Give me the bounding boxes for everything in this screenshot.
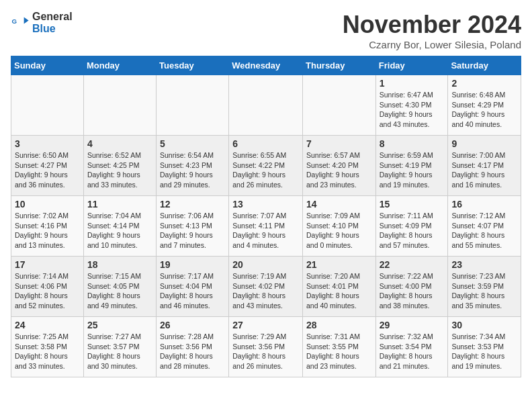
day-number: 2 (451, 78, 517, 89)
day-info: Sunrise: 7:28 AM Sunset: 3:56 PM Dayligh… (160, 332, 225, 371)
location-subtitle: Czarny Bor, Lower Silesia, Poland (343, 39, 521, 50)
day-info: Sunrise: 7:25 AM Sunset: 3:58 PM Dayligh… (15, 332, 80, 371)
day-number: 4 (87, 138, 152, 149)
day-number: 15 (380, 199, 445, 210)
calendar-week-row: 10Sunrise: 7:02 AM Sunset: 4:16 PM Dayli… (11, 196, 521, 257)
calendar-day-9: 9Sunrise: 7:00 AM Sunset: 4:17 PM Daylig… (448, 136, 521, 196)
logo-icon: G (11, 13, 30, 32)
day-number: 20 (232, 259, 299, 270)
day-number: 8 (380, 138, 445, 149)
day-info: Sunrise: 7:34 AM Sunset: 3:53 PM Dayligh… (451, 332, 517, 371)
empty-day-cell (157, 75, 229, 136)
day-info: Sunrise: 6:54 AM Sunset: 4:23 PM Dayligh… (160, 150, 225, 190)
day-number: 3 (15, 138, 80, 149)
day-number: 11 (87, 199, 152, 210)
calendar-day-21: 21Sunrise: 7:20 AM Sunset: 4:01 PM Dayli… (303, 257, 376, 317)
calendar-week-row: 1Sunrise: 6:47 AM Sunset: 4:30 PM Daylig… (11, 75, 521, 136)
day-info: Sunrise: 6:55 AM Sunset: 4:22 PM Dayligh… (232, 150, 299, 190)
calendar-day-26: 26Sunrise: 7:28 AM Sunset: 3:56 PM Dayli… (157, 317, 229, 377)
day-info: Sunrise: 7:23 AM Sunset: 3:59 PM Dayligh… (451, 271, 517, 311)
calendar-day-12: 12Sunrise: 7:06 AM Sunset: 4:13 PM Dayli… (157, 196, 229, 257)
calendar-day-24: 24Sunrise: 7:25 AM Sunset: 3:58 PM Dayli… (11, 317, 84, 377)
svg-marker-1 (24, 17, 29, 24)
day-number: 6 (232, 138, 299, 149)
calendar-day-15: 15Sunrise: 7:11 AM Sunset: 4:09 PM Dayli… (375, 196, 448, 257)
weekday-header-sunday: Sunday (11, 56, 84, 75)
day-info: Sunrise: 7:06 AM Sunset: 4:13 PM Dayligh… (160, 211, 225, 250)
calendar-week-row: 17Sunrise: 7:14 AM Sunset: 4:06 PM Dayli… (11, 257, 521, 317)
day-number: 18 (87, 259, 152, 270)
logo: G General Blue (11, 11, 73, 34)
calendar-day-29: 29Sunrise: 7:32 AM Sunset: 3:54 PM Dayli… (375, 317, 448, 377)
day-number: 23 (451, 259, 517, 270)
day-number: 24 (15, 320, 80, 330)
day-number: 17 (15, 259, 80, 270)
calendar-day-1: 1Sunrise: 6:47 AM Sunset: 4:30 PM Daylig… (375, 75, 448, 136)
calendar-day-30: 30Sunrise: 7:34 AM Sunset: 3:53 PM Dayli… (448, 317, 521, 377)
calendar-day-6: 6Sunrise: 6:55 AM Sunset: 4:22 PM Daylig… (229, 136, 303, 196)
day-info: Sunrise: 7:19 AM Sunset: 4:02 PM Dayligh… (232, 271, 299, 311)
day-info: Sunrise: 7:00 AM Sunset: 4:17 PM Dayligh… (451, 150, 517, 190)
day-info: Sunrise: 7:15 AM Sunset: 4:05 PM Dayligh… (87, 271, 152, 311)
day-info: Sunrise: 7:29 AM Sunset: 3:56 PM Dayligh… (232, 332, 299, 371)
calendar-day-10: 10Sunrise: 7:02 AM Sunset: 4:16 PM Dayli… (11, 196, 84, 257)
empty-day-cell (11, 75, 84, 136)
day-info: Sunrise: 7:07 AM Sunset: 4:11 PM Dayligh… (232, 211, 299, 250)
empty-day-cell (303, 75, 376, 136)
logo-text: General Blue (32, 11, 73, 34)
day-number: 25 (87, 320, 152, 330)
calendar-day-28: 28Sunrise: 7:31 AM Sunset: 3:55 PM Dayli… (303, 317, 376, 377)
calendar-week-row: 3Sunrise: 6:50 AM Sunset: 4:27 PM Daylig… (11, 136, 521, 196)
day-info: Sunrise: 7:20 AM Sunset: 4:01 PM Dayligh… (306, 271, 372, 311)
calendar-day-3: 3Sunrise: 6:50 AM Sunset: 4:27 PM Daylig… (11, 136, 84, 196)
day-number: 16 (451, 199, 517, 210)
empty-day-cell (229, 75, 303, 136)
calendar-day-11: 11Sunrise: 7:04 AM Sunset: 4:14 PM Dayli… (83, 196, 156, 257)
day-number: 5 (160, 138, 225, 149)
calendar-day-27: 27Sunrise: 7:29 AM Sunset: 3:56 PM Dayli… (229, 317, 303, 377)
weekday-header-saturday: Saturday (448, 56, 521, 75)
day-info: Sunrise: 7:32 AM Sunset: 3:54 PM Dayligh… (380, 332, 445, 371)
calendar-day-17: 17Sunrise: 7:14 AM Sunset: 4:06 PM Dayli… (11, 257, 84, 317)
calendar-day-4: 4Sunrise: 6:52 AM Sunset: 4:25 PM Daylig… (83, 136, 156, 196)
calendar-day-23: 23Sunrise: 7:23 AM Sunset: 3:59 PM Dayli… (448, 257, 521, 317)
day-info: Sunrise: 6:47 AM Sunset: 4:30 PM Dayligh… (380, 90, 445, 130)
header: G General Blue November 2024 Czarny Bor,… (11, 11, 521, 50)
calendar-day-20: 20Sunrise: 7:19 AM Sunset: 4:02 PM Dayli… (229, 257, 303, 317)
day-info: Sunrise: 7:27 AM Sunset: 3:57 PM Dayligh… (87, 332, 152, 371)
calendar-day-19: 19Sunrise: 7:17 AM Sunset: 4:04 PM Dayli… (157, 257, 229, 317)
calendar-day-18: 18Sunrise: 7:15 AM Sunset: 4:05 PM Dayli… (83, 257, 156, 317)
calendar-header-row: SundayMondayTuesdayWednesdayThursdayFrid… (11, 56, 521, 75)
empty-day-cell (83, 75, 156, 136)
day-number: 10 (15, 199, 80, 210)
weekday-header-friday: Friday (375, 56, 448, 75)
day-info: Sunrise: 6:50 AM Sunset: 4:27 PM Dayligh… (15, 150, 80, 190)
calendar-day-16: 16Sunrise: 7:12 AM Sunset: 4:07 PM Dayli… (448, 196, 521, 257)
day-info: Sunrise: 7:12 AM Sunset: 4:07 PM Dayligh… (451, 211, 517, 250)
weekday-header-wednesday: Wednesday (229, 56, 303, 75)
day-number: 21 (306, 259, 372, 270)
weekday-header-tuesday: Tuesday (157, 56, 229, 75)
title-block: November 2024 Czarny Bor, Lower Silesia,… (343, 11, 521, 50)
day-info: Sunrise: 7:04 AM Sunset: 4:14 PM Dayligh… (87, 211, 152, 250)
calendar-day-25: 25Sunrise: 7:27 AM Sunset: 3:57 PM Dayli… (83, 317, 156, 377)
day-info: Sunrise: 7:31 AM Sunset: 3:55 PM Dayligh… (306, 332, 372, 371)
calendar-week-row: 24Sunrise: 7:25 AM Sunset: 3:58 PM Dayli… (11, 317, 521, 377)
day-info: Sunrise: 6:59 AM Sunset: 4:19 PM Dayligh… (380, 150, 445, 190)
month-title: November 2024 (343, 11, 521, 39)
day-number: 7 (306, 138, 372, 149)
calendar-day-5: 5Sunrise: 6:54 AM Sunset: 4:23 PM Daylig… (157, 136, 229, 196)
weekday-header-thursday: Thursday (303, 56, 376, 75)
day-number: 22 (380, 259, 445, 270)
calendar-table: SundayMondayTuesdayWednesdayThursdayFrid… (11, 56, 521, 377)
calendar-day-7: 7Sunrise: 6:57 AM Sunset: 4:20 PM Daylig… (303, 136, 376, 196)
day-number: 1 (380, 78, 445, 89)
day-number: 19 (160, 259, 225, 270)
calendar-day-22: 22Sunrise: 7:22 AM Sunset: 4:00 PM Dayli… (375, 257, 448, 317)
day-info: Sunrise: 7:11 AM Sunset: 4:09 PM Dayligh… (380, 211, 445, 250)
day-info: Sunrise: 7:17 AM Sunset: 4:04 PM Dayligh… (160, 271, 225, 311)
day-number: 12 (160, 199, 225, 210)
day-info: Sunrise: 7:14 AM Sunset: 4:06 PM Dayligh… (15, 271, 80, 311)
weekday-header-monday: Monday (83, 56, 156, 75)
day-number: 29 (380, 320, 445, 330)
